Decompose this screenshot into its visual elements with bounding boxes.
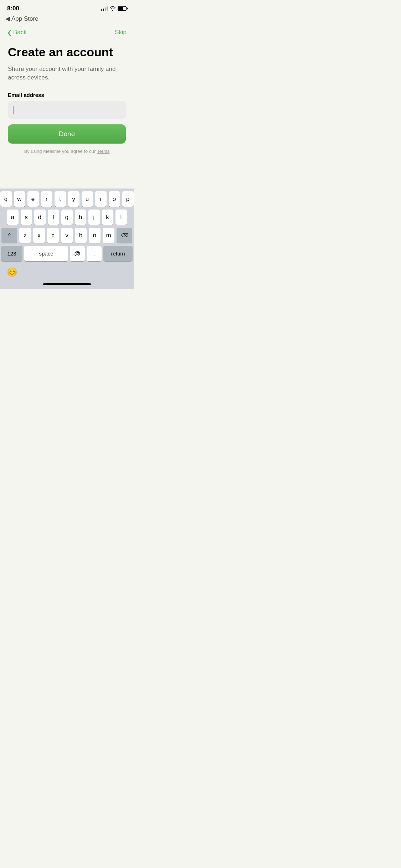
email-label: Email address bbox=[8, 92, 126, 98]
keyboard-row-2: a s d f g h j k l bbox=[1, 210, 133, 225]
key-r[interactable]: r bbox=[41, 191, 52, 207]
delete-key[interactable]: ⌫ bbox=[117, 228, 132, 243]
key-a[interactable]: a bbox=[7, 210, 19, 225]
back-button[interactable]: ❮ Back bbox=[7, 29, 27, 36]
battery-icon bbox=[118, 6, 127, 11]
keyboard-bottom: 😊 bbox=[1, 264, 133, 283]
key-m[interactable]: m bbox=[103, 228, 114, 243]
key-q[interactable]: q bbox=[0, 191, 12, 207]
skip-button[interactable]: Skip bbox=[115, 29, 127, 36]
app-store-row: ◀ App Store bbox=[0, 14, 134, 26]
wifi-icon bbox=[110, 6, 115, 11]
status-icons bbox=[101, 6, 127, 11]
key-k[interactable]: k bbox=[102, 210, 113, 225]
key-p[interactable]: p bbox=[122, 191, 134, 207]
terms-link[interactable]: Terms bbox=[97, 149, 109, 154]
text-cursor bbox=[13, 106, 14, 114]
key-o[interactable]: o bbox=[109, 191, 120, 207]
emoji-button[interactable]: 😊 bbox=[5, 265, 19, 279]
return-key[interactable]: return bbox=[103, 246, 133, 261]
back-chevron-icon: ❮ bbox=[7, 29, 12, 36]
page-subtitle: Share your account with your family and … bbox=[8, 65, 126, 82]
key-z[interactable]: z bbox=[19, 228, 31, 243]
app-store-back-label: ◀ App Store bbox=[5, 15, 127, 22]
dot-key[interactable]: . bbox=[87, 246, 102, 261]
key-x[interactable]: x bbox=[33, 228, 45, 243]
email-input-field[interactable] bbox=[8, 101, 126, 119]
keyboard-row-4: 123 space @ . return bbox=[1, 246, 133, 261]
num-key[interactable]: 123 bbox=[1, 246, 22, 261]
key-i[interactable]: i bbox=[95, 191, 107, 207]
key-h[interactable]: h bbox=[75, 210, 86, 225]
key-d[interactable]: d bbox=[34, 210, 46, 225]
done-button[interactable]: Done bbox=[8, 124, 126, 144]
key-v[interactable]: v bbox=[61, 228, 73, 243]
shift-key[interactable]: ⇧ bbox=[1, 228, 17, 243]
key-w[interactable]: w bbox=[14, 191, 25, 207]
key-e[interactable]: e bbox=[27, 191, 39, 207]
at-key[interactable]: @ bbox=[70, 246, 85, 261]
status-bar: 8:00 bbox=[0, 0, 134, 14]
keyboard-row-1: q w e r t y u i o p bbox=[1, 191, 133, 207]
keyboard-row-3: ⇧ z x c v b n m ⌫ bbox=[1, 228, 133, 243]
key-b[interactable]: b bbox=[75, 228, 87, 243]
content-area: Create an account Share your account wit… bbox=[0, 42, 134, 154]
key-t[interactable]: t bbox=[55, 191, 66, 207]
key-j[interactable]: j bbox=[88, 210, 100, 225]
key-c[interactable]: c bbox=[47, 228, 59, 243]
status-time: 8:00 bbox=[7, 5, 19, 12]
key-u[interactable]: u bbox=[82, 191, 93, 207]
key-l[interactable]: l bbox=[115, 210, 127, 225]
signal-icon bbox=[101, 6, 108, 11]
keyboard: q w e r t y u i o p a s d f g h j k l ⇧ … bbox=[0, 188, 134, 289]
page-title: Create an account bbox=[8, 45, 126, 59]
nav-row: ❮ Back Skip bbox=[0, 26, 134, 42]
key-s[interactable]: s bbox=[21, 210, 32, 225]
terms-notice: By using Mealime you agree to our Terms bbox=[8, 149, 126, 154]
key-y[interactable]: y bbox=[68, 191, 79, 207]
space-key[interactable]: space bbox=[24, 246, 68, 261]
key-f[interactable]: f bbox=[48, 210, 59, 225]
app-store-chevron-icon: ◀ bbox=[5, 15, 10, 22]
key-g[interactable]: g bbox=[61, 210, 73, 225]
key-n[interactable]: n bbox=[89, 228, 101, 243]
